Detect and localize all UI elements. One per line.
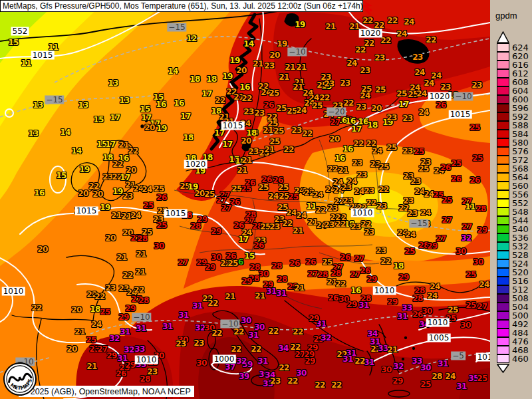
- temp-label: 20: [269, 51, 280, 60]
- scale-swatch: [497, 78, 509, 86]
- temp-contour-label: −10: [287, 48, 307, 57]
- temp-label: 24: [414, 68, 425, 77]
- temp-label: 24: [479, 280, 489, 289]
- temp-label: 21: [225, 292, 235, 301]
- temp-label: 32: [109, 334, 120, 343]
- temp-label: 25: [204, 190, 215, 199]
- temp-label: 12: [186, 34, 197, 43]
- temp-label: 23: [364, 186, 374, 196]
- temp-label: 18: [393, 261, 404, 271]
- scale-swatch: [497, 130, 509, 138]
- temp-label: 28: [138, 296, 149, 305]
- temp-label: 30: [258, 269, 269, 279]
- scale-swatch: [497, 354, 509, 363]
- temp-label: 13: [108, 78, 118, 88]
- temp-label: 20: [92, 190, 103, 199]
- temp-label: 21: [285, 63, 295, 72]
- temp-label: 21: [293, 226, 303, 235]
- temp-label: 19: [229, 56, 240, 65]
- temp-label: 28: [432, 372, 442, 381]
- scale-swatch: [497, 182, 509, 190]
- temp-label: 22: [207, 299, 218, 308]
- temp-label: 16: [239, 82, 250, 92]
- temp-label: 22: [343, 98, 354, 108]
- temp-label: 25: [477, 374, 487, 383]
- temp-label: 25: [269, 88, 279, 98]
- temp-label: 29: [392, 376, 403, 386]
- temp-label: 23: [340, 78, 350, 88]
- temp-label: 21: [135, 267, 146, 277]
- title-bar: MetMaps, Gfs Pressure/GPH500, Mos Temper…: [0, 0, 363, 12]
- temp-label: 25: [396, 89, 407, 98]
- temp-label: 18: [367, 120, 378, 130]
- temp-label: 17: [238, 235, 249, 244]
- temp-label: 21: [255, 291, 265, 301]
- temp-label: 28: [137, 234, 148, 243]
- temp-label: 29: [346, 300, 357, 309]
- temp-label: 29: [118, 313, 129, 322]
- temp-label: 22: [335, 279, 346, 289]
- color-scale-panel: gpdm 62462061661260860460059659258858458…: [490, 0, 532, 399]
- temp-label: 15: [140, 104, 150, 114]
- temp-label: 26: [340, 253, 350, 262]
- temp-label: 23: [407, 209, 418, 218]
- temp-label: 22: [426, 35, 436, 45]
- temp-label: 20: [37, 245, 48, 254]
- temp-label: 26: [360, 266, 370, 275]
- pressure-label: 1010: [2, 287, 25, 296]
- temp-label: 13: [28, 129, 39, 138]
- temp-label: 24: [313, 190, 323, 200]
- temp-label: 21: [349, 22, 360, 31]
- temp-label: 23: [105, 283, 116, 293]
- temp-label: 21: [338, 166, 348, 175]
- temp-label: 25: [472, 154, 483, 163]
- map-canvas[interactable]: 1511111313131315161517151717201912141419…: [0, 0, 490, 399]
- pressure-label: 1010: [373, 287, 396, 295]
- temp-label: 22: [293, 327, 303, 336]
- temp-label: 29: [305, 356, 315, 366]
- temp-label: 24: [405, 230, 416, 239]
- temp-label: 26: [436, 100, 446, 110]
- gph-label: 552: [11, 27, 29, 36]
- temp-label: 31: [257, 356, 268, 366]
- temp-label: 26: [469, 176, 480, 185]
- temp-label: 21: [253, 59, 263, 68]
- scale-swatch: [497, 112, 509, 121]
- temp-label: 31: [178, 311, 189, 320]
- temp-label: 28: [412, 294, 423, 303]
- temp-label: 22: [335, 219, 346, 229]
- scale-swatch: [497, 164, 509, 173]
- temp-label: 13: [119, 96, 130, 105]
- scale-swatch: [497, 311, 509, 320]
- temp-label: 22: [128, 146, 138, 156]
- temp-label: 25: [269, 137, 280, 146]
- temp-label: 19: [222, 72, 233, 81]
- temp-label: 17: [398, 100, 409, 109]
- scale-value: 460: [512, 354, 529, 363]
- pressure-label: 1020: [184, 160, 207, 169]
- temp-label: 27: [462, 222, 472, 231]
- temp-label: 23: [291, 126, 302, 135]
- temp-label: 33: [402, 303, 412, 313]
- temp-label: 16: [342, 144, 353, 154]
- temp-label: 23: [356, 102, 366, 112]
- temp-label: 15: [8, 38, 19, 47]
- temp-label: 25: [227, 259, 238, 268]
- scale-swatch: [497, 86, 509, 95]
- temp-label: 30: [422, 307, 432, 316]
- scale-swatch: [497, 121, 509, 130]
- pressure-label: 1010: [476, 353, 490, 362]
- temp-label: 30: [473, 257, 483, 267]
- temp-label: 20: [71, 305, 82, 315]
- temp-label: 29: [477, 225, 487, 235]
- temp-label: 23: [243, 107, 254, 116]
- temp-label: 24: [416, 89, 427, 98]
- temp-label: 24: [142, 185, 152, 194]
- temp-label: 27: [307, 269, 318, 279]
- temp-label: 22: [290, 342, 301, 352]
- temp-label: 22: [354, 356, 365, 366]
- scale-swatch: [497, 303, 509, 311]
- temp-label: 21: [264, 145, 275, 154]
- temp-label: 23: [402, 114, 413, 123]
- temp-label: 23: [176, 339, 186, 348]
